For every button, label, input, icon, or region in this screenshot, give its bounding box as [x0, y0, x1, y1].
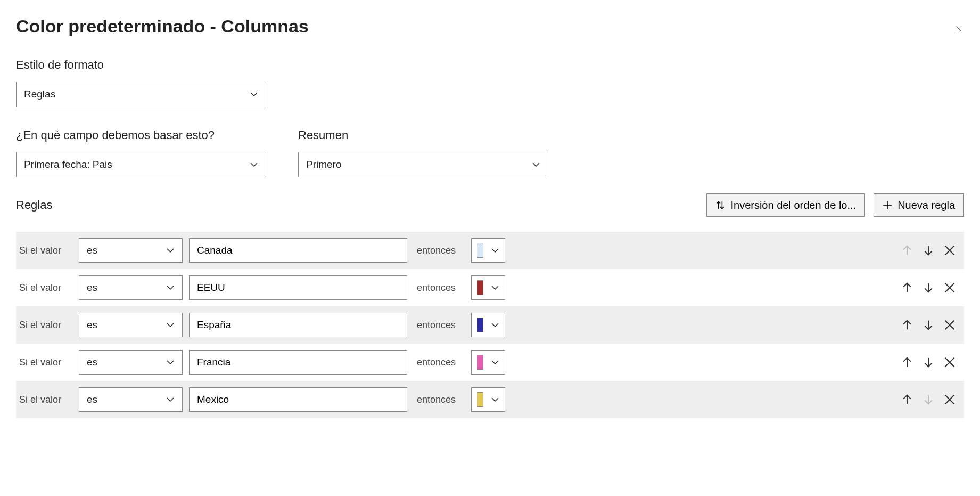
then-label: entonces — [417, 245, 465, 256]
new-rule-button[interactable]: Nueva regla — [874, 193, 964, 217]
chevron-down-icon — [166, 358, 175, 367]
summary-value: Primero — [306, 159, 342, 170]
operator-select[interactable]: es — [79, 387, 183, 412]
value-input[interactable] — [189, 275, 407, 300]
summary-field: Resumen Primero — [298, 128, 548, 177]
then-label: entonces — [417, 357, 465, 368]
color-swatch — [477, 355, 483, 370]
operator-value: es — [87, 245, 97, 256]
chevron-down-icon — [491, 321, 499, 329]
then-label: entonces — [417, 394, 465, 405]
dialog-header: Color predeterminado - Columnas — [16, 16, 964, 37]
chevron-down-icon — [166, 246, 175, 255]
rule-row: Si el valoresentonces — [16, 344, 964, 381]
delete-icon[interactable] — [944, 319, 956, 331]
plus-icon — [883, 200, 892, 210]
chevron-down-icon — [532, 160, 540, 169]
move-down-icon[interactable] — [923, 356, 934, 368]
rules-label: Reglas — [16, 198, 52, 212]
color-select[interactable] — [471, 238, 505, 263]
operator-select[interactable]: es — [79, 238, 183, 263]
if-label: Si el valor — [19, 245, 72, 256]
value-input[interactable] — [189, 313, 407, 337]
move-down-icon[interactable] — [923, 319, 934, 331]
dialog-title: Color predeterminado - Columnas — [16, 16, 309, 37]
swap-icon — [715, 200, 725, 210]
color-swatch — [477, 243, 483, 258]
move-down-icon[interactable] — [923, 282, 934, 294]
rule-row: Si el valoresentonces — [16, 306, 964, 344]
operator-select[interactable]: es — [79, 313, 183, 337]
operator-value: es — [87, 394, 97, 405]
delete-icon[interactable] — [944, 356, 956, 368]
move-down-icon[interactable] — [923, 245, 934, 256]
color-swatch — [477, 392, 483, 407]
chevron-down-icon — [166, 321, 175, 329]
operator-value: es — [87, 356, 97, 368]
based-on-value: Primera fecha: Pais — [24, 159, 112, 170]
chevron-down-icon — [166, 283, 175, 292]
operator-value: es — [87, 282, 97, 294]
move-up-icon[interactable] — [901, 356, 913, 368]
format-style-select[interactable]: Reglas — [16, 82, 266, 107]
format-style-value: Reglas — [24, 88, 55, 100]
rule-row: Si el valoresentonces — [16, 269, 964, 306]
chevron-down-icon — [166, 395, 175, 404]
chevron-down-icon — [250, 160, 258, 169]
if-label: Si el valor — [19, 357, 72, 368]
color-select[interactable] — [471, 387, 505, 412]
chevron-down-icon — [491, 358, 499, 367]
value-input[interactable] — [189, 387, 407, 412]
rule-row: Si el valoresentonces — [16, 232, 964, 269]
summary-label: Resumen — [298, 128, 548, 142]
delete-icon[interactable] — [944, 394, 956, 405]
move-up-icon[interactable] — [901, 282, 913, 294]
close-icon[interactable] — [953, 21, 964, 32]
if-label: Si el valor — [19, 320, 72, 331]
color-swatch — [477, 318, 483, 332]
color-select[interactable] — [471, 275, 505, 300]
color-select[interactable] — [471, 313, 505, 337]
operator-value: es — [87, 319, 97, 331]
chevron-down-icon — [250, 90, 258, 99]
based-on-label: ¿En qué campo debemos basar esto? — [16, 128, 266, 142]
chevron-down-icon — [491, 395, 499, 404]
move-down-icon — [923, 394, 934, 405]
based-on-field: ¿En qué campo debemos basar esto? Primer… — [16, 128, 266, 177]
color-select[interactable] — [471, 350, 505, 375]
delete-icon[interactable] — [944, 245, 956, 256]
rules-list: Si el valoresentoncesSi el valoresentonc… — [16, 232, 964, 418]
chevron-down-icon — [491, 283, 499, 292]
reverse-order-button[interactable]: Inversión del orden de lo... — [706, 193, 865, 217]
value-input[interactable] — [189, 238, 407, 263]
based-on-select[interactable]: Primera fecha: Pais — [16, 152, 266, 177]
rule-row: Si el valoresentonces — [16, 381, 964, 418]
summary-select[interactable]: Primero — [298, 152, 548, 177]
if-label: Si el valor — [19, 282, 72, 294]
then-label: entonces — [417, 320, 465, 331]
reverse-order-label: Inversión del orden de lo... — [730, 199, 856, 212]
format-style-label: Estilo de formato — [16, 58, 964, 72]
then-label: entonces — [417, 282, 465, 294]
operator-select[interactable]: es — [79, 350, 183, 375]
color-swatch — [477, 280, 483, 295]
value-input[interactable] — [189, 350, 407, 375]
chevron-down-icon — [491, 246, 499, 255]
new-rule-label: Nueva regla — [897, 199, 955, 212]
move-up-icon[interactable] — [901, 319, 913, 331]
move-up-icon — [901, 245, 913, 256]
if-label: Si el valor — [19, 394, 72, 405]
operator-select[interactable]: es — [79, 275, 183, 300]
delete-icon[interactable] — [944, 282, 956, 294]
move-up-icon[interactable] — [901, 394, 913, 405]
